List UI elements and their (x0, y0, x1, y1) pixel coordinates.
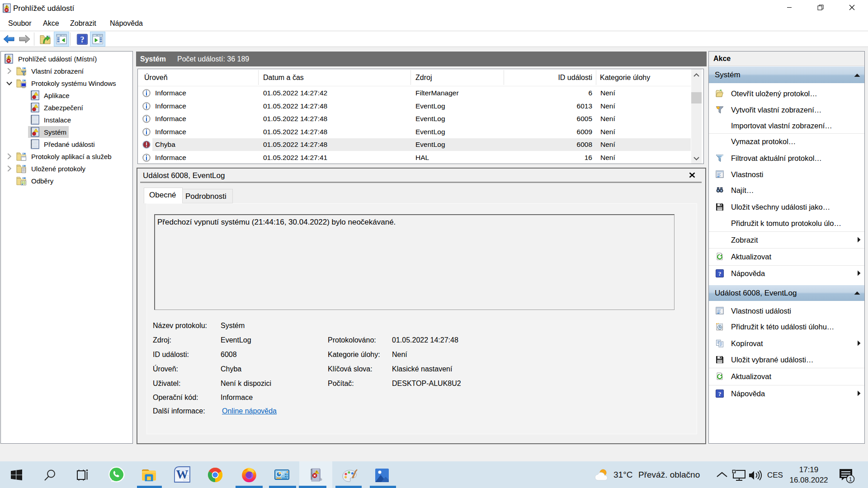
svg-text:?: ? (80, 35, 85, 44)
svg-text:1: 1 (849, 476, 852, 483)
svg-text:W: W (176, 468, 189, 481)
